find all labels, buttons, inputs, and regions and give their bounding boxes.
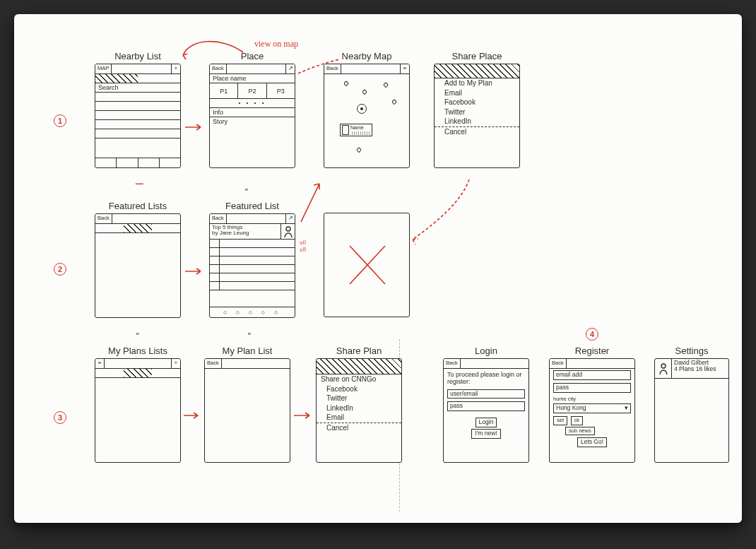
story-row[interactable]: Story bbox=[210, 117, 295, 126]
photo-row[interactable]: P1 P2 P3 bbox=[210, 83, 295, 99]
email-field[interactable]: email add bbox=[553, 370, 631, 380]
ditto-mark: " bbox=[136, 331, 138, 341]
screen-share-place: Share Place Add to My Plan Email Faceboo… bbox=[434, 51, 520, 168]
profile-stats: 4 Plans 16 likes bbox=[674, 366, 726, 372]
screen-title: Register bbox=[549, 346, 635, 356]
row-number-4: 4 bbox=[586, 328, 598, 341]
home-city-label: home city bbox=[550, 394, 634, 403]
screen-title: Featured Lists bbox=[95, 201, 181, 211]
share-option[interactable]: Email bbox=[435, 88, 519, 98]
screen-title: Nearby Map bbox=[324, 51, 410, 61]
search-field[interactable]: Search bbox=[95, 83, 180, 93]
screen-settings: Settings David Gilbert 4 Plans 16 likes bbox=[654, 346, 729, 463]
ditto-mark: " bbox=[244, 187, 247, 197]
ditto-mark: " bbox=[247, 331, 250, 341]
featured-header: Top 5 things by Jane Leung bbox=[210, 224, 295, 240]
share-option[interactable]: Twitter bbox=[317, 394, 401, 403]
map-pin[interactable] bbox=[391, 99, 397, 105]
screen-title: Settings bbox=[654, 346, 729, 356]
back-button[interactable]: Back bbox=[95, 214, 112, 223]
user-field[interactable]: user/email bbox=[447, 389, 525, 399]
ck-button[interactable]: ck bbox=[571, 416, 584, 425]
share-option[interactable]: Add to My Plan bbox=[435, 78, 519, 88]
map-pin[interactable] bbox=[343, 81, 349, 86]
cancel-button[interactable]: Cancel bbox=[435, 127, 519, 137]
cancel-button[interactable]: Cancel bbox=[317, 423, 401, 433]
screen-share-plan: Share Plan Share on CNNGo Facebook Twitt… bbox=[316, 346, 402, 463]
back-button[interactable]: Back bbox=[324, 64, 341, 73]
screen-featured-list: Featured List Back ↗ Top 5 things by Jan… bbox=[209, 201, 295, 318]
screen-title: Featured List bbox=[209, 201, 295, 211]
screen-title: Place bbox=[209, 51, 295, 61]
map-area[interactable]: Name bbox=[324, 74, 409, 167]
share-option[interactable]: Facebook bbox=[317, 384, 401, 394]
list-item[interactable] bbox=[95, 129, 180, 138]
login-button[interactable]: Login bbox=[476, 418, 497, 427]
ink-blot: ━ bbox=[136, 180, 143, 187]
map-button[interactable]: MAP bbox=[95, 64, 112, 73]
screen-title: Nearby List bbox=[95, 51, 181, 61]
x-icon bbox=[324, 213, 410, 317]
share-hatch bbox=[317, 359, 401, 374]
page-dots: • • • • bbox=[210, 99, 295, 107]
svg-text:x8: x8 bbox=[300, 246, 307, 253]
map-pin[interactable] bbox=[362, 89, 367, 95]
menu-icon[interactable]: ≡ bbox=[95, 359, 105, 368]
share-icon[interactable]: ↗ bbox=[285, 64, 295, 73]
back-button[interactable]: Back bbox=[444, 359, 461, 368]
sub-news-button[interactable]: sub news bbox=[565, 427, 595, 436]
screen-nearby-list: Nearby List MAP + Search bbox=[95, 51, 181, 168]
row-number-1: 1 bbox=[54, 114, 66, 127]
profile-avatar-icon bbox=[655, 359, 672, 378]
list-item[interactable] bbox=[95, 102, 180, 111]
map-pin[interactable] bbox=[356, 147, 362, 153]
share-option[interactable]: LinkedIn bbox=[435, 117, 519, 126]
current-location-icon bbox=[357, 104, 367, 114]
pass-field[interactable]: pass bbox=[447, 401, 525, 411]
chevron-down-icon: ▾ bbox=[625, 405, 628, 412]
register-link-button[interactable]: I'm new! bbox=[471, 429, 500, 439]
pass-field[interactable]: pass bbox=[553, 383, 631, 393]
back-button[interactable]: Back bbox=[210, 64, 227, 73]
screen-title: My Plans Lists bbox=[95, 346, 181, 356]
map-callout[interactable]: Name bbox=[340, 124, 372, 136]
list-item[interactable] bbox=[95, 111, 180, 120]
add-icon[interactable]: + bbox=[171, 359, 180, 368]
screen-removed-placeholder bbox=[324, 213, 410, 317]
screen-title: Share Place bbox=[434, 51, 520, 61]
share-option[interactable]: LinkedIn bbox=[317, 403, 401, 413]
screen-title: My Plan List bbox=[204, 346, 290, 356]
share-icon[interactable]: ↗ bbox=[285, 214, 295, 223]
login-intro: To proceed please login or register: bbox=[444, 369, 528, 388]
screen-register: Register Back email add pass home city H… bbox=[549, 346, 635, 463]
share-option[interactable]: Facebook bbox=[435, 98, 519, 107]
set-button[interactable]: set bbox=[553, 416, 567, 425]
share-option[interactable]: Twitter bbox=[435, 107, 519, 117]
list-icon[interactable]: ≡ bbox=[400, 64, 409, 73]
map-pin[interactable] bbox=[383, 82, 389, 88]
screen-title: Share Plan bbox=[316, 346, 402, 356]
row-number-3: 3 bbox=[54, 411, 66, 424]
author-avatar-icon bbox=[280, 224, 295, 239]
screen-featured-lists: Featured Lists Back bbox=[95, 201, 181, 318]
svg-text:x0: x0 bbox=[300, 239, 307, 246]
list-item[interactable] bbox=[95, 120, 180, 129]
screen-my-plans-lists: My Plans Lists ≡ + bbox=[95, 346, 181, 463]
screen-login: Login Back To proceed please login or re… bbox=[443, 346, 529, 463]
list-item[interactable] bbox=[95, 93, 180, 102]
screen-nearby-map: Nearby Map Back ≡ Name bbox=[324, 51, 410, 168]
share-header: Share on CNNGo bbox=[317, 374, 401, 384]
profile-row[interactable]: David Gilbert 4 Plans 16 likes bbox=[655, 359, 728, 379]
back-button[interactable]: Back bbox=[210, 214, 227, 223]
screen-my-plan-list: My Plan List Back bbox=[204, 346, 290, 463]
back-button[interactable]: Back bbox=[205, 359, 222, 368]
info-row[interactable]: Info bbox=[210, 108, 295, 117]
lets-go-button[interactable]: Lets Go! bbox=[577, 437, 607, 447]
add-icon[interactable]: + bbox=[171, 64, 180, 73]
screen-place: Place Back ↗ Place name P1 P2 P3 • • • •… bbox=[209, 51, 295, 168]
share-option[interactable]: Email bbox=[317, 413, 401, 423]
home-city-select[interactable]: Hong Kong▾ bbox=[553, 403, 631, 413]
back-button[interactable]: Back bbox=[550, 359, 567, 368]
row-number-2: 2 bbox=[54, 263, 66, 276]
tab-bar[interactable] bbox=[95, 158, 180, 167]
